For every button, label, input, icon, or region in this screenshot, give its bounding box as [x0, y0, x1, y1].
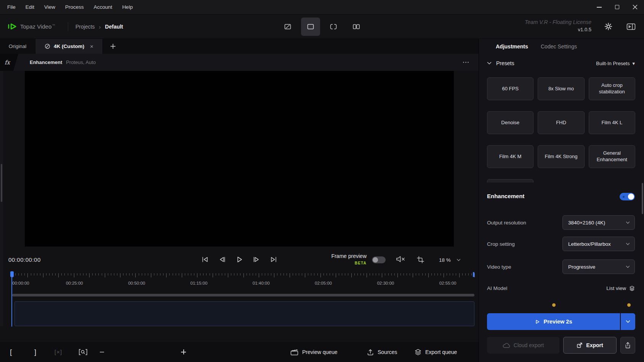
mark-in-button[interactable]: [: [10, 341, 12, 362]
ruler-tick: [400, 273, 401, 276]
output-resolution-value: 3840×2160 (4K): [568, 220, 605, 226]
ruler-tick: [98, 273, 99, 276]
list-view-toggle[interactable]: List view: [606, 285, 635, 291]
view-mode-original-button[interactable]: [278, 18, 297, 36]
mute-button[interactable]: [396, 255, 405, 263]
add-tab-button[interactable]: [103, 39, 123, 54]
tab-adjustments[interactable]: Adjustments: [496, 39, 528, 54]
playhead-handle[interactable]: [10, 271, 14, 277]
view-mode-side-by-side-button[interactable]: [347, 18, 366, 36]
export-button[interactable]: Export: [563, 337, 617, 354]
preset-button-film-4k-strong[interactable]: Film 4K Strong: [538, 145, 584, 168]
breadcrumb-projects[interactable]: Projects: [75, 24, 95, 30]
more-options-icon[interactable]: [463, 62, 469, 63]
toggle-panel-button[interactable]: [626, 23, 636, 30]
preset-button-denoise[interactable]: Denoise: [487, 111, 533, 134]
minimize-button[interactable]: [590, 0, 608, 14]
cloud-export-button[interactable]: Cloud export: [487, 337, 559, 354]
export-queue-button[interactable]: Export queue: [415, 341, 457, 362]
ruler-tick: [108, 273, 108, 276]
skip-to-start-button[interactable]: [200, 255, 210, 264]
ruler-tick: [284, 273, 284, 276]
video-type-value: Progressive: [568, 264, 595, 270]
menu-item-process[interactable]: Process: [60, 0, 89, 14]
timeline-scrollbar[interactable]: [12, 294, 474, 296]
preset-button-fhd[interactable]: FHD: [538, 111, 584, 134]
ruler-tick: [453, 273, 453, 276]
ruler-tick: [425, 273, 426, 276]
view-mode-split-button[interactable]: [324, 18, 343, 36]
ruler-tick: [459, 273, 460, 277]
preview-queue-button[interactable]: Preview queue: [290, 341, 338, 362]
previous-frame-button[interactable]: [217, 255, 227, 264]
sources-button[interactable]: Sources: [367, 341, 397, 362]
settings-button[interactable]: [604, 22, 612, 30]
frame-preview-toggle[interactable]: [372, 256, 386, 263]
sidebar-scrollbar[interactable]: [642, 183, 643, 214]
preset-button-film-4k-l[interactable]: Film 4K L: [589, 111, 635, 134]
zoom-to-selection-button[interactable]: [78, 341, 88, 362]
tab-original[interactable]: Original: [0, 39, 35, 54]
preview-2s-button[interactable]: Preview 2s: [487, 313, 620, 330]
ruler-tick: [58, 273, 59, 277]
applied-effect[interactable]: Enhancement Proteus, Auto: [30, 54, 96, 71]
zoom-out-button[interactable]: [100, 341, 104, 362]
preset-button-general-enhancement[interactable]: General Enhancement: [589, 145, 635, 168]
ruler-tick: [434, 273, 435, 276]
menu-item-file[interactable]: File: [2, 0, 21, 14]
mark-out-button[interactable]: ]: [34, 341, 36, 362]
ruler-tick: [428, 273, 429, 277]
preset-button-auto-crop-stabilization[interactable]: Auto crop stabilization: [589, 77, 635, 100]
menu-item-view[interactable]: View: [39, 0, 60, 14]
clear-marks-button[interactable]: [×]: [54, 341, 62, 362]
output-resolution-dropdown[interactable]: 3840×2160 (4K): [562, 215, 635, 230]
close-button[interactable]: [626, 0, 644, 14]
cloud-icon: [503, 343, 510, 348]
maximize-button[interactable]: [608, 0, 626, 14]
breadcrumb-current-project[interactable]: Default: [105, 24, 123, 30]
ruler-tick: [293, 273, 293, 276]
tab-codec-settings[interactable]: Codec Settings: [541, 39, 577, 54]
ruler-tick: [351, 273, 352, 277]
crop-setting-dropdown[interactable]: Letterbox/Pillarbox: [562, 237, 635, 251]
crop-button[interactable]: [417, 256, 424, 263]
left-scrollbar[interactable]: [1, 164, 2, 202]
tab-close-icon[interactable]: ×: [90, 43, 93, 50]
video-type-dropdown[interactable]: Progressive: [562, 259, 635, 274]
ruler-tick: [339, 273, 339, 276]
share-icon: [625, 342, 631, 349]
preset-grid: 60 FPS8x Slow moAuto crop stabilizationD…: [487, 77, 635, 183]
menu-item-account[interactable]: Account: [89, 0, 117, 14]
close-icon: [633, 5, 638, 10]
view-mode-single-button[interactable]: [301, 18, 320, 36]
share-export-button[interactable]: [620, 337, 635, 354]
ruler-tick: [391, 273, 392, 276]
menu-item-help[interactable]: Help: [117, 0, 138, 14]
timeline-ruler[interactable]: [12, 273, 474, 279]
ruler-tick: [450, 273, 450, 276]
ruler-tick: [135, 273, 136, 277]
timeline-labels: 00:00:0000:25:0000:50:0001:15:0001:40:00…: [12, 281, 474, 286]
preset-button-partial[interactable]: [487, 179, 533, 183]
chevron-down-icon[interactable]: [487, 62, 492, 65]
tab-label: 4K (Custom): [54, 43, 84, 49]
skip-to-end-button[interactable]: [269, 255, 279, 264]
zoom-level-control[interactable]: 18 %: [439, 257, 461, 263]
preset-button-60-fps[interactable]: 60 FPS: [487, 77, 533, 100]
preview-options-button[interactable]: [621, 313, 635, 330]
zoom-in-button[interactable]: [181, 341, 186, 362]
ruler-tick: [86, 273, 87, 276]
menu-item-edit[interactable]: Edit: [21, 0, 39, 14]
preset-library-dropdown[interactable]: Built-In Presets ▾: [596, 61, 635, 66]
ruler-tick: [18, 273, 19, 276]
tab-4k-custom[interactable]: 4K (Custom) ×: [35, 39, 103, 54]
ruler-tick: [102, 273, 102, 276]
preset-button-film-4k-m[interactable]: Film 4K M: [487, 145, 533, 168]
frame-forward-icon: [252, 255, 261, 264]
next-frame-button[interactable]: [252, 255, 261, 264]
timeline-clip-track[interactable]: [14, 301, 474, 326]
enhancement-toggle[interactable]: [620, 193, 635, 200]
play-button[interactable]: [234, 255, 244, 264]
preset-button-8x-slow-mo[interactable]: 8x Slow mo: [538, 77, 584, 100]
preview-button-label: Preview 2s: [544, 319, 572, 325]
